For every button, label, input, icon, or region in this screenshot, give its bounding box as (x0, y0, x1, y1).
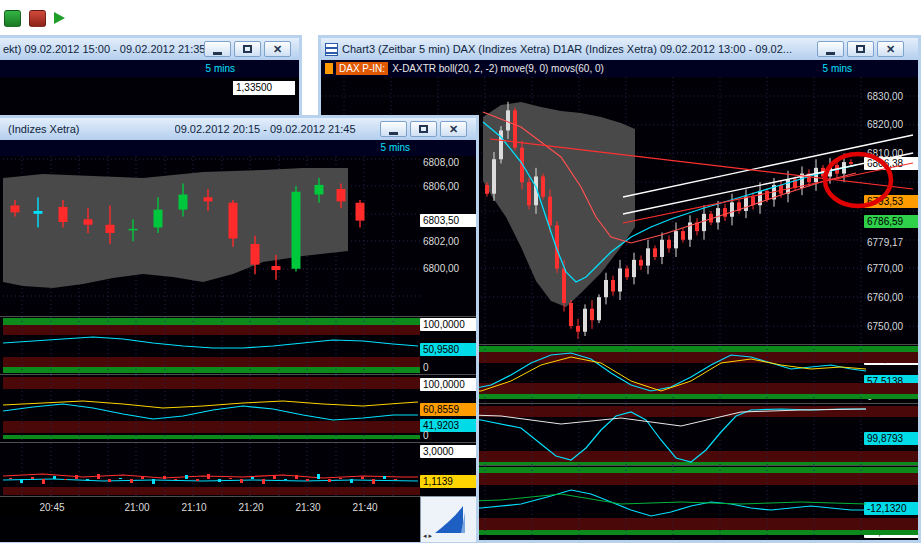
front-window-title-range: 09.02.2012 20:15 - 09.02.2012 21:45 (175, 123, 356, 135)
price-label: 6793,53 (864, 195, 918, 208)
time-label: 21:40 (348, 502, 382, 513)
front-indicator3-canvas[interactable] (3, 443, 420, 496)
close-button[interactable]: ✕ (440, 121, 467, 137)
price-label: 6779,17 (864, 236, 918, 249)
front-window-title: (Indizes Xetra) (8, 123, 80, 135)
front-indicator2-axis: 100,000060,855941,92030 (420, 375, 476, 442)
price-label: 6786,59 (864, 215, 918, 228)
restore-icon (856, 45, 865, 53)
restore-button[interactable] (410, 121, 437, 137)
dax-indicator3-axis: -12,132050,0000 (864, 466, 918, 540)
close-icon: ✕ (449, 124, 458, 135)
sail-logo-icon[interactable] (431, 503, 467, 537)
close-icon: ✕ (886, 44, 895, 55)
interval-label: 5 mins (823, 63, 852, 74)
front-price-axis: 6808,006806,006803,506802,006800,00 (420, 156, 476, 316)
minimize-icon (826, 52, 835, 55)
back-chart-toolbar: 5 mins (0, 60, 299, 77)
red-record-icon[interactable] (29, 10, 46, 27)
minimize-button[interactable] (204, 41, 231, 57)
price-label: 6803,50 (420, 214, 476, 227)
price-label: 6800,00 (420, 262, 476, 275)
price-label: 100,0000 (420, 318, 476, 331)
price-label: 57,5138 (864, 375, 918, 388)
study-badge[interactable]: DAX P-IN: (336, 62, 388, 75)
back-window-title: ekt) 09.02.2012 15:00 - 09.02.2012 21:35 (3, 43, 205, 55)
time-label: 20:45 (35, 502, 69, 513)
front-window-titlebar[interactable]: (Indizes Xetra) 09.02.2012 20:15 - 09.02… (0, 118, 476, 140)
trading-desktop: { "desktop": { "icons": [ {"name": "gree… (0, 0, 921, 543)
scroll-arrows[interactable]: ◂ ▸ (423, 532, 432, 540)
dax-indicator1-axis: 100,000057,51380 (864, 345, 918, 403)
restore-button[interactable] (847, 41, 874, 57)
interval-label: 5 mins (381, 142, 410, 153)
time-label: 21:00 (120, 502, 154, 513)
price-label: 6806,38 (864, 157, 918, 170)
price-label: 6808,00 (420, 156, 476, 169)
front-indicator3-panel[interactable]: 3,00001,1139 (0, 442, 476, 496)
price-label: 6760,00 (864, 291, 918, 304)
minimize-button[interactable] (380, 121, 407, 137)
price-label: 6770,00 (864, 262, 918, 275)
back-window-titlebar[interactable]: ekt) 09.02.2012 15:00 - 09.02.2012 21:35… (0, 38, 299, 60)
price-label: 0 (420, 361, 476, 374)
close-button[interactable]: ✕ (877, 41, 904, 57)
time-label: 21:30 (291, 502, 325, 513)
price-label: 0 (420, 429, 476, 442)
price-label: 100,0000 (864, 352, 918, 365)
study-marker-icon (325, 63, 333, 74)
time-label: 21:20 (234, 502, 268, 513)
front-main-chart-canvas[interactable] (3, 156, 420, 316)
dax-window-title: Chart3 (Zeitbar 5 min) DAX (Indizes Xetr… (342, 43, 792, 55)
dax-price-axis: 6830,006820,006810,006806,386793,536786,… (864, 77, 918, 344)
green-arrow-icon[interactable] (54, 10, 74, 27)
restore-icon (243, 45, 252, 53)
price-label: 100,0000 (420, 378, 476, 391)
restore-button[interactable] (234, 41, 261, 57)
price-label: 6820,00 (864, 118, 918, 131)
bottom-filler (0, 518, 420, 542)
front-indicator1-axis: 100,000050,95800 (420, 317, 476, 374)
dax-study-toolbar: DAX P-IN: X-DAXTR boll(20, 2, -2) move(9… (321, 60, 918, 77)
dax-window-titlebar[interactable]: Chart3 (Zeitbar 5 min) DAX (Indizes Xetr… (321, 38, 918, 60)
front-indicator1-canvas[interactable] (3, 317, 420, 374)
time-label: 21:10 (177, 502, 211, 513)
price-label: 3,0000 (420, 445, 476, 458)
front-indicator2-panel[interactable]: 100,000060,855941,92030 (0, 374, 476, 442)
study-settings[interactable]: X-DAXTR boll(20, 2, -2) move(9, 0) movs(… (392, 63, 604, 74)
price-label: 6830,00 (864, 90, 918, 103)
price-label: 1,1139 (420, 475, 476, 488)
last-price-label: 1,33500 (233, 81, 295, 95)
chart-window-icon (325, 43, 338, 56)
close-icon: ✕ (273, 44, 282, 55)
minimize-icon (389, 132, 398, 135)
restore-icon (419, 125, 428, 133)
interval-label: 5 mins (206, 63, 235, 74)
time-axis: 20:4521:0021:1021:2021:3021:40 (0, 496, 420, 518)
front-chart-toolbar: 5 mins (0, 140, 476, 156)
dax-indicator2-axis: 99,87930 (864, 404, 918, 465)
price-label: 6750,00 (864, 320, 918, 333)
logo-cell: ◂ ▸ (420, 496, 476, 542)
desktop-toolbar (4, 6, 74, 30)
price-label: 6802,00 (420, 235, 476, 248)
price-label: 50,0000 (864, 525, 918, 538)
green-app-icon[interactable] (4, 10, 21, 27)
window-front-chart: (Indizes Xetra) 09.02.2012 20:15 - 09.02… (0, 115, 479, 543)
price-label: 50,9580 (420, 343, 476, 356)
front-indicator2-canvas[interactable] (3, 375, 420, 442)
price-label: -12,1320 (864, 502, 918, 515)
front-indicator1-panel[interactable]: 100,000050,95800 (0, 316, 476, 374)
minimize-button[interactable] (817, 41, 844, 57)
front-indicator3-axis: 3,00001,1139 (420, 443, 476, 496)
arrow-glyph (54, 12, 65, 24)
price-label: 6806,00 (420, 180, 476, 193)
price-label: 0 (864, 452, 918, 465)
close-button[interactable]: ✕ (264, 41, 291, 57)
price-label: 60,8559 (420, 403, 476, 416)
price-label: 0 (864, 390, 918, 403)
front-main-chart-panel[interactable]: 6808,006806,006803,506802,006800,00 (0, 156, 476, 316)
minimize-icon (213, 52, 222, 55)
price-label: 99,8793 (864, 432, 918, 445)
